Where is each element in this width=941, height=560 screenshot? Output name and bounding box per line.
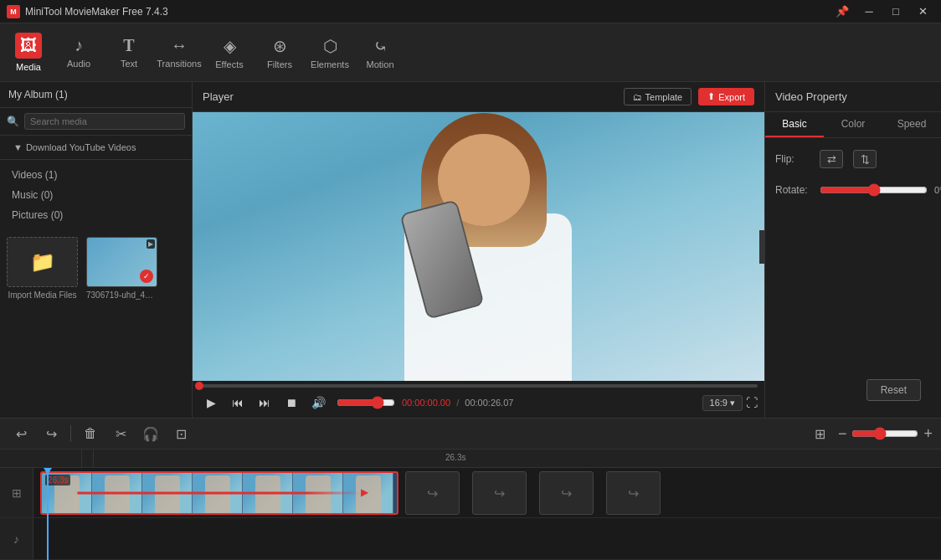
toolbar-elements[interactable]: ⬡ Elements xyxy=(305,26,355,80)
window-controls[interactable]: 📌 ─ □ ✕ xyxy=(830,3,934,20)
toolbar-media[interactable]: 🖼 Media xyxy=(3,26,54,80)
toolbar-motion[interactable]: ⤿ Motion xyxy=(355,26,405,80)
video-thumb[interactable]: ▶ ✓ xyxy=(86,237,157,287)
motion-icon: ⤿ xyxy=(373,36,388,56)
skip-back-button[interactable]: ⏮ xyxy=(226,391,249,414)
tab-color[interactable]: Color xyxy=(824,112,882,137)
timeline-ruler: 26.3s xyxy=(0,450,941,468)
player-controls: ▶ ⏮ ⏭ ⏹ 🔊 00:00:00.00 / 00:00:26.07 16:9… xyxy=(193,388,764,418)
volume-button[interactable]: 🔊 xyxy=(306,391,330,414)
total-time: 00:00:26.07 xyxy=(465,398,513,408)
pin-button[interactable]: 📌 xyxy=(830,3,854,20)
undo-button[interactable]: ↩ xyxy=(8,421,33,446)
toolbar-text[interactable]: T Text xyxy=(104,26,154,80)
rotate-row: Rotate: 0° xyxy=(775,183,931,197)
zoom-out-button[interactable]: − xyxy=(838,426,847,441)
volume-slider[interactable] xyxy=(337,396,395,409)
toolbar-filters[interactable]: ⊛ Filters xyxy=(255,26,305,80)
fit-timeline-button[interactable]: ⊞ xyxy=(808,421,833,446)
album-title: My Album (1) xyxy=(8,89,68,100)
import-media-item[interactable]: 📁 Import Media Files xyxy=(7,237,78,300)
close-button[interactable]: ✕ xyxy=(911,3,934,20)
toolbar-audio[interactable]: ♪ Audio xyxy=(54,26,104,80)
aspect-ratio-value: 16:9 xyxy=(710,398,728,408)
transition-icon-3: ↪ xyxy=(561,486,572,501)
media-icon: 🖼 xyxy=(20,36,37,54)
video-label: 7306719-uhd_4096... xyxy=(86,290,157,300)
flip-vertical-button[interactable]: ⇅ xyxy=(853,150,877,168)
transitions-label: Transitions xyxy=(157,59,201,69)
delete-button[interactable]: 🗑 xyxy=(78,421,103,446)
timeline-tracks: ⊞ 26.3s ↪ xyxy=(0,468,941,560)
video-media-item[interactable]: ▶ ✓ 7306719-uhd_4096... xyxy=(86,237,157,300)
aspect-ratio-button[interactable]: 16:9 ▾ xyxy=(702,395,743,411)
filters-icon: ⊛ xyxy=(273,36,287,56)
transition-slot-2[interactable]: ↪ xyxy=(472,471,527,515)
toolbar-effects[interactable]: ◈ Effects xyxy=(204,26,255,80)
export-button[interactable]: ⬆ Export xyxy=(698,88,754,105)
video-property-header: Video Property xyxy=(765,82,941,112)
video-canvas: › xyxy=(193,112,764,381)
rotate-value: 0° xyxy=(934,185,941,195)
title-left: M MiniTool MovieMaker Free 7.4.3 xyxy=(7,5,168,18)
transitions-icon: ↔ xyxy=(171,36,188,55)
video-track-icon[interactable]: ⊞ xyxy=(12,486,22,500)
redo-button[interactable]: ↪ xyxy=(39,421,64,446)
video-badge: ▶ xyxy=(147,239,155,249)
transition-icon-2: ↪ xyxy=(494,486,505,501)
stop-button[interactable]: ⏹ xyxy=(280,391,303,414)
flip-horizontal-button[interactable]: ⇄ xyxy=(820,150,843,168)
app-title: MiniTool MovieMaker Free 7.4.3 xyxy=(25,6,168,18)
seekbar-area xyxy=(193,381,764,388)
rotate-slider[interactable] xyxy=(820,183,928,197)
template-icon: 🗂 xyxy=(633,92,642,102)
toolbar-transitions[interactable]: ↔ Transitions xyxy=(154,26,204,80)
search-input[interactable] xyxy=(24,113,185,130)
sidebar-item-videos[interactable]: Videos (1) xyxy=(0,165,192,185)
tab-basic[interactable]: Basic xyxy=(765,112,824,137)
skip-forward-button[interactable]: ⏭ xyxy=(253,391,276,414)
minimize-button[interactable]: ─ xyxy=(857,3,881,20)
transition-slot-1[interactable]: ↪ xyxy=(405,471,460,515)
timeline-controls: ↩ ↪ 🗑 ✂ 🎧 ⊡ ⊞ − + xyxy=(0,418,941,450)
zoom-slider[interactable] xyxy=(851,427,918,440)
audio-track-row: ♪ xyxy=(0,518,941,560)
seekbar[interactable] xyxy=(199,384,758,388)
timeline: 26.3s ⊞ 26.3s xyxy=(0,450,941,560)
audio-track-icon: ♪ xyxy=(13,532,19,546)
filters-label: Filters xyxy=(267,59,292,69)
reset-button[interactable]: Reset xyxy=(866,379,921,401)
album-header: My Album (1) xyxy=(0,82,192,108)
player-actions: 🗂 Template ⬆ Export xyxy=(624,88,754,105)
tab-speed[interactable]: Speed xyxy=(882,112,941,137)
left-panel: My Album (1) 🔍 ▼ Download YouTube Videos… xyxy=(0,82,193,418)
download-icon: ▼ xyxy=(13,142,23,152)
ruler-mark-26s: 26.3s xyxy=(445,453,465,462)
motion-label: Motion xyxy=(366,59,393,69)
sidebar-item-music[interactable]: Music (0) xyxy=(0,185,192,205)
transition-slot-4[interactable]: ↪ xyxy=(606,471,661,515)
download-youtube-button[interactable]: ▼ Download YouTube Videos xyxy=(7,139,142,156)
video-clip[interactable]: 26.3s xyxy=(40,471,399,515)
zoom-in-button[interactable]: + xyxy=(923,426,933,441)
fullscreen-button[interactable]: ⛶ xyxy=(746,396,758,409)
video-placeholder xyxy=(193,112,764,381)
import-thumb[interactable]: 📁 xyxy=(7,237,78,287)
timeline-right-controls: ⊞ − + xyxy=(808,421,933,446)
template-button[interactable]: 🗂 Template xyxy=(624,88,692,105)
play-button[interactable]: ▶ xyxy=(199,391,223,414)
text-label: Text xyxy=(121,59,137,69)
seekbar-thumb[interactable] xyxy=(195,382,203,390)
sidebar-item-pictures[interactable]: Pictures (0) xyxy=(0,205,192,225)
transition-slot-3[interactable]: ↪ xyxy=(539,471,594,515)
audio-track-content xyxy=(33,518,941,559)
crop-button[interactable]: ⊡ xyxy=(168,421,193,446)
content-area: My Album (1) 🔍 ▼ Download YouTube Videos… xyxy=(0,82,941,418)
selected-checkmark: ✓ xyxy=(140,270,153,283)
media-grid: 📁 Import Media Files ▶ ✓ 7306719-uhd_409… xyxy=(0,230,192,418)
separator-1 xyxy=(70,425,71,442)
cut-button[interactable]: ✂ xyxy=(108,421,133,446)
restore-button[interactable]: □ xyxy=(884,3,908,20)
audio-detach-button[interactable]: 🎧 xyxy=(138,421,163,446)
panel-expand-arrow[interactable]: › xyxy=(759,230,764,264)
